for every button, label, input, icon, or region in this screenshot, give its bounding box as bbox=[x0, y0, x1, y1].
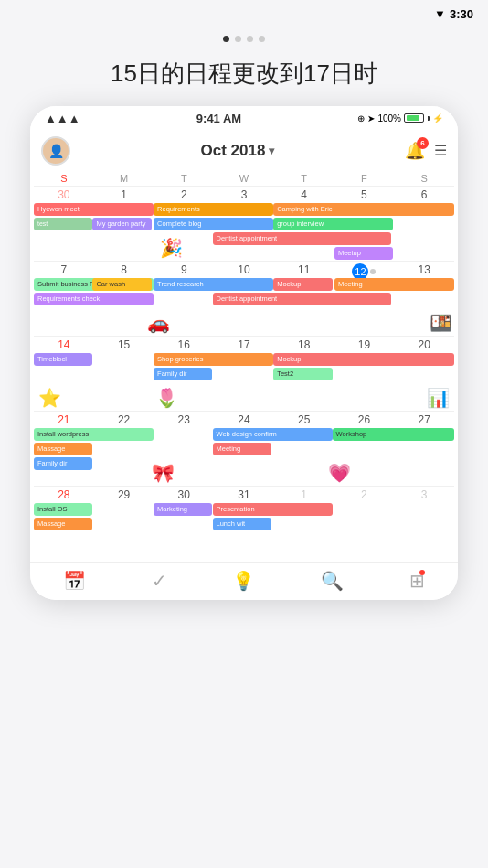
nav-search[interactable]: 🔍 bbox=[321, 570, 344, 593]
weekday-header: S M T W T F S bbox=[30, 171, 458, 186]
phone-right-icons: ⊕ ➤ 100% ⚡ bbox=[357, 113, 443, 123]
evt-mockup-3[interactable]: Mockup bbox=[273, 353, 454, 366]
evt-install-os[interactable]: Install OS bbox=[34, 503, 92, 516]
dot-3 bbox=[247, 36, 253, 42]
evt-dentist-2[interactable]: Dentist appointment bbox=[213, 293, 392, 305]
arrow-icon: ➤ bbox=[367, 113, 375, 123]
sticker-car: 🚗 bbox=[147, 312, 170, 334]
week-row-4: 21 22 23 24 25 26 27 Install wordpress W… bbox=[34, 411, 454, 486]
day-19[interactable]: 19 bbox=[334, 337, 395, 411]
evt-massage-2[interactable]: Massage bbox=[34, 518, 92, 530]
evt-camping[interactable]: Camping with Eric bbox=[273, 203, 454, 216]
search-nav-icon: 🔍 bbox=[321, 570, 344, 592]
evt-meeting-2[interactable]: Meeting bbox=[213, 443, 271, 455]
nav-grid-badge bbox=[419, 570, 425, 575]
week-row-5: 28 29 30 31 1 2 3 Install OS Marketing P… bbox=[34, 486, 454, 558]
signal-icon: ▲▲▲ bbox=[45, 112, 80, 125]
page-title: 15日的日程更改到17日时 bbox=[0, 49, 488, 106]
day-30b[interactable]: 30 bbox=[154, 487, 214, 558]
evt-presentation[interactable]: Presentation bbox=[213, 503, 333, 516]
page-dots bbox=[0, 28, 488, 49]
lightning-icon: ⚡ bbox=[432, 113, 443, 123]
evt-req-check[interactable]: Requirements check bbox=[34, 293, 154, 305]
phone-time: 9:41 AM bbox=[196, 112, 241, 125]
tasks-nav-icon: ✓ bbox=[152, 570, 167, 592]
day-1b[interactable]: 1 bbox=[274, 487, 334, 558]
weekday-sat: S bbox=[394, 173, 454, 184]
battery-tip bbox=[428, 116, 430, 121]
weekday-fri: F bbox=[334, 173, 395, 184]
phone-status-bar: ▲▲▲ 9:41 AM ⊕ ➤ 100% ⚡ bbox=[30, 106, 458, 131]
evt-marketing[interactable]: Marketing bbox=[154, 503, 212, 516]
evt-mockup-2[interactable]: Mockup bbox=[273, 278, 332, 291]
battery-icon bbox=[404, 113, 424, 123]
month-selector[interactable]: Oct 2018 ▾ bbox=[201, 142, 275, 160]
avatar[interactable]: 👤 bbox=[41, 136, 70, 166]
status-icons: ▼ 3:30 bbox=[434, 7, 473, 21]
evt-meetup[interactable]: Meetup bbox=[334, 247, 393, 260]
dot-1 bbox=[223, 36, 229, 42]
evt-trend-research[interactable]: Trend research bbox=[154, 278, 273, 291]
location-icon: ⊕ bbox=[357, 113, 365, 123]
bottom-nav: 📅 ✓ 💡 🔍 ⊞ bbox=[30, 562, 458, 600]
weekday-mon: M bbox=[94, 173, 154, 184]
evt-install-wp[interactable]: Install wordpress bbox=[34, 428, 154, 441]
week-row-2: 7 8 9 10 11 12 13 Submit business PT Car… bbox=[34, 261, 454, 336]
day-27[interactable]: 27 bbox=[394, 412, 454, 486]
day-22[interactable]: 22 bbox=[94, 412, 154, 486]
evt-test2[interactable]: Test2 bbox=[273, 368, 332, 380]
sticker-food: 🍱 bbox=[430, 312, 452, 334]
evt-shop-groceries[interactable]: Shop groceries bbox=[154, 353, 273, 366]
evt-complete-blog[interactable]: Complete blog bbox=[154, 218, 273, 230]
evt-hyewon-meet[interactable]: Hyewon meet bbox=[34, 203, 154, 216]
time-display: 3:30 bbox=[450, 7, 473, 21]
calendar-grid: 30 1 2 3 4 5 6 Hyewon meet Requirements … bbox=[30, 186, 458, 562]
list-icon[interactable]: ☰ bbox=[434, 142, 447, 159]
wifi-icon: ▼ bbox=[434, 7, 446, 21]
weekday-wed: W bbox=[214, 173, 274, 184]
calendar-header: 👤 Oct 2018 ▾ 🔔 6 ☰ bbox=[30, 131, 458, 171]
day-6[interactable]: 6 bbox=[394, 187, 454, 261]
evt-lunch[interactable]: Lunch wit bbox=[213, 518, 271, 530]
evt-test[interactable]: test bbox=[34, 218, 92, 230]
phone-frame: ▲▲▲ 9:41 AM ⊕ ➤ 100% ⚡ 👤 Oct 2018 ▾ 🔔 6 … bbox=[30, 106, 458, 600]
weekday-tue: T bbox=[154, 173, 214, 184]
week-row-3: 14 15 16 17 18 19 20 Timeblocl Shop groc… bbox=[34, 336, 454, 411]
evt-family-dir-1[interactable]: Family dir bbox=[154, 368, 212, 380]
sticker-banner: 🎀 bbox=[152, 462, 175, 484]
evt-group-interview[interactable]: group interview bbox=[273, 218, 393, 230]
day-29[interactable]: 29 bbox=[94, 487, 154, 558]
week-row-1: 30 1 2 3 4 5 6 Hyewon meet Requirements … bbox=[34, 186, 454, 261]
sticker-star: ⭐ bbox=[38, 387, 61, 409]
dot-2 bbox=[235, 36, 241, 42]
evt-web-design[interactable]: Web design confirm bbox=[213, 428, 333, 441]
day-17[interactable]: 17 bbox=[214, 337, 274, 411]
evt-requirements[interactable]: Requirements bbox=[154, 203, 273, 216]
evt-dentist-1[interactable]: Dentist appointment bbox=[213, 232, 392, 245]
dot-indicator bbox=[370, 269, 376, 274]
nav-tasks[interactable]: ✓ bbox=[152, 570, 167, 593]
sticker-chart: 📊 bbox=[427, 387, 450, 409]
sticker-party: 🎉 bbox=[160, 237, 183, 259]
nav-grid[interactable]: ⊞ bbox=[409, 570, 425, 593]
evt-my-garden[interactable]: My garden party bbox=[92, 218, 151, 230]
day-2b[interactable]: 2 bbox=[334, 487, 395, 558]
battery-pct: 100% bbox=[377, 113, 401, 123]
dot-4 bbox=[259, 36, 265, 42]
evt-meeting-1[interactable]: Meeting bbox=[334, 278, 454, 291]
notification-badge: 6 bbox=[417, 137, 429, 149]
header-icons: 🔔 6 ☰ bbox=[405, 141, 447, 161]
evt-family-dir-2[interactable]: Family dir bbox=[34, 457, 92, 470]
ideas-nav-icon: 💡 bbox=[232, 570, 255, 592]
nav-calendar[interactable]: 📅 bbox=[63, 570, 86, 593]
nav-ideas[interactable]: 💡 bbox=[232, 570, 255, 593]
day-25[interactable]: 25 bbox=[274, 412, 334, 486]
day-3b[interactable]: 3 bbox=[394, 487, 454, 558]
evt-massage-1[interactable]: Massage bbox=[34, 443, 92, 455]
day-15[interactable]: 15 bbox=[94, 337, 154, 411]
evt-car-wash[interactable]: Car wash bbox=[92, 278, 151, 291]
sticker-hearts: 💗 bbox=[328, 462, 351, 484]
evt-workshop[interactable]: Workshop bbox=[333, 428, 454, 441]
evt-timeblock[interactable]: Timeblocl bbox=[34, 353, 92, 366]
bell-icon[interactable]: 🔔 6 bbox=[405, 141, 425, 161]
